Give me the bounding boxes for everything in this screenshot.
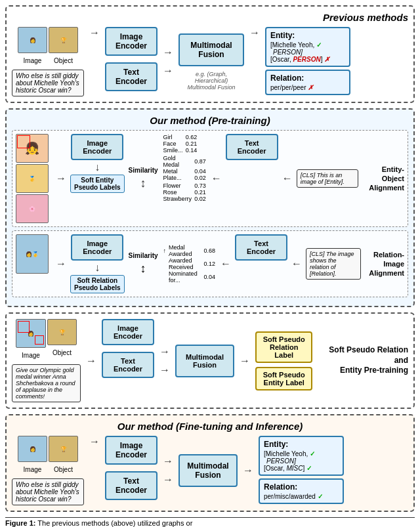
prev-object-label: Object	[54, 57, 73, 64]
entity-arrow-3: ←	[282, 173, 293, 184]
ft-image-main: 👩	[18, 436, 47, 462]
ft-text-encoder: Text Encoder	[105, 471, 158, 500]
ft-arrow-3: →	[163, 474, 173, 486]
arrow-2: →	[163, 47, 173, 58]
relation-arrow-3: ←	[291, 258, 302, 270]
arrow-1: →	[89, 27, 100, 39]
entity-thumb-flower: 🌸	[16, 194, 49, 223]
ft-arrow-2: →	[163, 455, 173, 467]
ft-arrow-1: →	[89, 436, 100, 448]
prev-entity-item-1b: PERSON]	[270, 49, 345, 56]
prev-relation-title: Relation:	[270, 74, 345, 83]
prev-question-text: Who else is still giddy about Michelle Y…	[12, 70, 84, 96]
relation-arrow-2: ←	[220, 258, 231, 270]
ft-relation-title: Relation:	[264, 482, 339, 492]
ft-entity-title: Entity:	[264, 440, 339, 449]
pretraining-section: Our method (Pre-training) 👧 🥇 🌸 →	[5, 108, 415, 307]
caption-text: The previous methods (above) utilized gr…	[37, 519, 192, 527]
relation-similarity-label: Similarity	[129, 252, 158, 259]
soft-fusion: Multimodal Fusion	[175, 345, 234, 377]
ft-entity-item-1b: PERSON]	[264, 457, 339, 465]
ft-arrow-4: →	[243, 465, 253, 476]
ft-object-label: Object	[54, 466, 73, 473]
soft-image-encoder: Image Encoder	[102, 319, 154, 345]
prev-entity-title: Entity:	[270, 31, 345, 40]
prev-text-encoder: Text Encoder	[105, 62, 158, 91]
figure-caption: Figure 1: The previous methods (above) u…	[5, 517, 415, 527]
ft-entity-item-1: [Michelle Yeoh, ✓	[264, 450, 339, 457]
prev-images: 👩 Image 🏆 Object	[18, 27, 78, 64]
previous-methods-section: Previous methods 👩 Image 🏆 Object Who el…	[5, 5, 415, 103]
soft-object-label: Object	[52, 349, 72, 356]
ft-object-main: 🏆	[49, 436, 78, 462]
soft-arrow-2: →	[159, 346, 170, 358]
soft-image-main: 👩	[16, 319, 46, 348]
entity-arrow-1: →	[56, 173, 66, 184]
prev-image-main: 👩	[18, 27, 47, 53]
relation-alignment-subsection: 👩🥇 → ImageEncoder ↓ Soft RelationPseudo …	[12, 230, 408, 297]
relation-arrow-1: →	[56, 258, 66, 270]
finetuning-title: Our method (Fine-tuning and Inference)	[12, 421, 408, 432]
entity-similarity-label: Similarity	[129, 167, 158, 174]
entity-sim-arrows: ↕	[140, 177, 146, 190]
entity-thumb-face: 👧	[16, 134, 49, 163]
pretraining-title: Our method (Pre-training)	[12, 115, 408, 126]
relation-pseudo-label: Soft RelationPseudo Labels	[70, 275, 125, 293]
ft-entity-item-2: [Oscar, MISC] ✓	[264, 465, 339, 472]
relation-down-arrow: ↓	[94, 262, 100, 274]
prev-entity-item-1: [Michelle Yeoh, ✓	[270, 41, 345, 49]
prev-relation-box: Relation: per/per/peer ✗	[265, 70, 350, 95]
soft-arrow-3: →	[159, 364, 170, 376]
prev-object-main: 🏆	[49, 27, 78, 53]
prev-image-label: Image	[24, 57, 42, 64]
prev-entity-item-2: [Oscar, PERSON] ✗	[270, 56, 345, 63]
entity-thumb-medal: 🥇	[16, 164, 49, 193]
prev-relation-value: per/per/peer ✗	[270, 84, 345, 91]
relation-thumb: 👩🥇	[16, 234, 49, 274]
ft-relation-box: Relation: per/misc/awarded ✓	[259, 478, 344, 504]
finetuning-section: Our method (Fine-tuning and Inference) 👩…	[5, 414, 415, 512]
entity-alignment-subsection: 👧 🥇 🌸 → ImageEncoder ↓ Soft EntityPseudo…	[12, 130, 408, 227]
relation-alignment-label: Relation-ImageAlignment	[365, 250, 404, 278]
arrow-4: →	[249, 27, 260, 39]
entity-down-arrow: ↓	[94, 161, 100, 173]
ft-image-encoder: Image Encoder	[105, 436, 158, 465]
prev-entity-box: Entity: [Michelle Yeoh, ✓ PERSON] [Oscar…	[265, 27, 350, 67]
soft-pseudo-section: 👩 Image 🏆 Object Give our Olympic gold m…	[5, 312, 415, 409]
soft-entity-label: Soft PseudoEntity Label	[255, 367, 312, 390]
soft-question: Give our Olympic gold medal winner Anna …	[12, 364, 81, 402]
ft-relation-value: per/misc/awarded ✓	[264, 493, 339, 500]
relation-sim-arrows: ↕	[140, 262, 146, 276]
entity-image-encoder: ImageEncoder	[71, 134, 123, 160]
entity-text-encoder: TextEncoder	[226, 134, 278, 160]
soft-image-label: Image	[22, 352, 40, 359]
relation-cls-text: [CLS] The image shows the relation of [R…	[306, 248, 361, 280]
ft-image-label: Image	[24, 466, 42, 473]
relation-image-encoder: ImageEncoder	[71, 234, 123, 261]
entity-scores-face: Girl0.62 Face0.21 Smile...0.14	[162, 134, 207, 154]
entity-cls-text: [CLS] This is an image of [Entity].	[297, 169, 358, 188]
ft-question: Who else is still giddy about Michelle Y…	[12, 478, 84, 505]
entity-arrow-2: ←	[211, 173, 222, 184]
prev-note: e.g. (Graph, Hierarchical)Multimodal Fus…	[178, 71, 244, 91]
soft-arrow-4: →	[240, 355, 250, 367]
relation-text-encoder: TextEncoder	[235, 234, 287, 261]
soft-text-encoder: Text Encoder	[102, 352, 154, 378]
soft-arrow-1: →	[86, 355, 96, 367]
soft-relation-label: Soft PseudoRelation Label	[255, 331, 312, 363]
soft-images: 👩 Image 🏆 Object	[16, 319, 77, 359]
entity-scores-medal: Gold Medal0.87 Metal0.04 Plate...0.02	[162, 155, 207, 181]
entity-scores-flower: Flower0.73 Rose0.21 Strawberry0.02	[162, 182, 207, 202]
prev-fusion: Multimodal Fusion	[178, 33, 244, 66]
relation-scores: ↑Medal Awarded0.68 Awarded Received0.12 …	[162, 244, 217, 284]
arrow-3: →	[163, 65, 173, 77]
soft-pseudo-title: Soft Pseudo Relation andEntity Pre-train…	[320, 345, 408, 376]
ft-fusion: Multimodal Fusion	[178, 454, 238, 487]
previous-methods-title: Previous methods	[12, 12, 408, 23]
entity-pseudo-label: Soft EntityPseudo Labels	[70, 175, 125, 193]
ft-images: 👩 Image 🏆 Object	[18, 436, 78, 473]
soft-object-main: 🏆	[47, 319, 77, 345]
ft-entity-box: Entity: [Michelle Yeoh, ✓ PERSON] [Oscar…	[259, 436, 344, 476]
caption-bold: Figure 1:	[5, 519, 35, 527]
entity-alignment-label: Entity-ObjectAlignment	[362, 165, 404, 193]
